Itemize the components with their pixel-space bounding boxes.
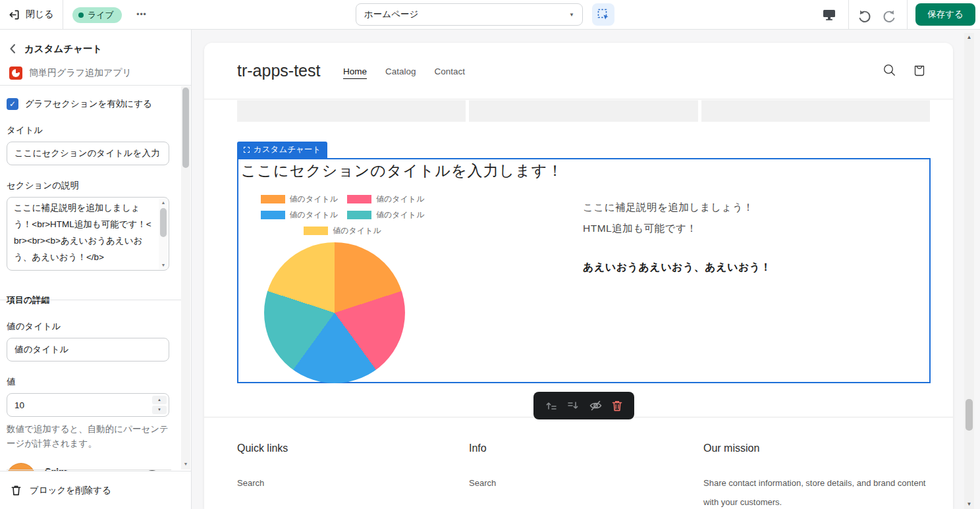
scrollbar-thumb[interactable] xyxy=(182,88,189,168)
legend-item[interactable]: 値のタイトル xyxy=(261,209,338,221)
cart-button[interactable] xyxy=(912,63,927,79)
value-number-field: ▲ ▼ xyxy=(7,393,169,417)
description-bold-line: あえいおうあえいおう、あえいおう！ xyxy=(583,261,912,275)
trash-icon xyxy=(611,400,623,412)
move-up-button[interactable] xyxy=(545,399,558,412)
divider xyxy=(848,0,849,29)
selection-cursor-icon xyxy=(597,8,610,21)
value-title-input[interactable] xyxy=(7,338,169,362)
title-field-label: タイトル xyxy=(7,124,182,136)
legend-swatch xyxy=(261,211,285,219)
footer-heading: Info xyxy=(469,442,703,454)
hide-section-button[interactable] xyxy=(589,399,603,412)
stepper-down-icon[interactable]: ▼ xyxy=(152,406,167,414)
app-row: 簡単円グラフ追加アプリ xyxy=(0,63,191,84)
nav-link-home[interactable]: Home xyxy=(343,67,367,79)
value-help-text: 数値で追加すると、自動的にパーセンテージが計算されます。 xyxy=(7,422,173,451)
custom-chart-section[interactable]: ここにセクションのタイトルを入力します！ 値のタイトル値のタイトル値のタイトル値… xyxy=(237,158,931,383)
description-textarea[interactable]: ここに補足説明を追加しましょう！<br>HTML追加も可能です！<br><br>… xyxy=(7,197,169,271)
footer-column: InfoSearch xyxy=(469,442,703,509)
description-line: HTML追加も可能です！ xyxy=(583,218,912,239)
page-selector-dropdown[interactable]: ホームページ ▼ xyxy=(356,3,583,26)
item-details-heading: 項目の詳細 xyxy=(7,294,182,306)
scroll-up-icon[interactable]: ▲ xyxy=(159,198,168,207)
nav-link-contact[interactable]: Contact xyxy=(435,67,466,79)
footer-item[interactable]: Share contact information, store details… xyxy=(703,473,931,509)
store-footer: Quick linksSearchInfoSearchOur missionSh… xyxy=(204,417,953,509)
legend-label: 値のタイトル xyxy=(290,209,338,221)
theme-editor: 閉じる ライブ ••• ホームページ ▼ xyxy=(0,0,980,509)
storefront-preview: tr-apps-test HomeCatalogContact xyxy=(204,43,953,509)
section-badge-label: カスタムチャート xyxy=(254,144,321,155)
live-label: ライブ xyxy=(88,9,114,21)
stepper-up-icon[interactable]: ▲ xyxy=(152,396,167,404)
delete-block-label: ブロックを削除する xyxy=(30,485,111,496)
scroll-down-icon[interactable]: ▼ xyxy=(964,500,974,509)
redo-icon xyxy=(882,8,897,23)
undo-icon xyxy=(857,8,872,23)
legend-swatch xyxy=(304,227,328,235)
legend-label: 値のタイトル xyxy=(290,194,338,205)
placeholder-block xyxy=(469,100,697,122)
footer-item[interactable]: Search xyxy=(469,473,696,493)
divider xyxy=(7,469,171,470)
enable-graph-checkbox[interactable]: ✓ xyxy=(7,98,18,110)
scrollbar-thumb[interactable] xyxy=(966,399,973,431)
header-icons xyxy=(883,63,927,79)
description-line: ここに補足説明を追加しましょう！ xyxy=(583,197,912,218)
pie-chart xyxy=(264,242,405,383)
undo-button[interactable] xyxy=(854,6,874,24)
section-picker-tool-button[interactable] xyxy=(592,3,614,26)
divider xyxy=(907,0,908,29)
scrollbar-thumb[interactable] xyxy=(160,208,167,237)
search-button[interactable] xyxy=(883,63,896,79)
search-icon xyxy=(883,63,896,77)
desktop-preview-button[interactable] xyxy=(819,5,840,24)
close-editor-button[interactable]: 閉じる xyxy=(8,5,54,24)
block-title: カスタムチャート xyxy=(24,43,102,55)
scroll-down-icon[interactable]: ▼ xyxy=(159,261,168,269)
overflow-menu-button[interactable]: ••• xyxy=(130,5,153,24)
footer-item[interactable]: Search xyxy=(237,473,464,493)
page-selector-value: ホームページ xyxy=(364,9,418,20)
move-down-button[interactable] xyxy=(566,399,580,412)
placeholder-block xyxy=(237,100,466,122)
footer-heading: Quick links xyxy=(237,442,469,454)
value-input[interactable] xyxy=(7,393,169,417)
settings-sidebar: カスタムチャート 簡単円グラフ追加アプリ ✓ グラフセクションを有効にする タイ… xyxy=(0,30,192,509)
nav-link-catalog[interactable]: Catalog xyxy=(385,67,416,79)
footer-column: Our missionShare contact information, st… xyxy=(703,442,953,509)
placeholder-section[interactable] xyxy=(237,100,930,122)
store-name[interactable]: tr-apps-test xyxy=(237,61,320,80)
sidebar-scrollbar: ▼ xyxy=(181,86,190,469)
cart-bag-icon xyxy=(912,63,927,77)
legend-item[interactable]: 値のタイトル xyxy=(347,194,424,205)
title-input[interactable] xyxy=(7,142,169,165)
save-button[interactable]: 保存する xyxy=(915,3,975,26)
exit-icon xyxy=(8,9,20,21)
store-nav: HomeCatalogContact xyxy=(343,67,465,79)
scroll-up-icon[interactable]: ▲ xyxy=(964,33,974,42)
divider xyxy=(63,0,63,29)
divider xyxy=(0,300,182,300)
legend-swatch xyxy=(347,195,371,203)
scroll-down-icon[interactable]: ▼ xyxy=(181,460,190,468)
store-header: tr-apps-test HomeCatalogContact xyxy=(204,43,953,99)
description-field-label: セクションの説明 xyxy=(7,180,182,192)
value-stepper: ▲ ▼ xyxy=(152,396,167,414)
value-label: 値 xyxy=(7,376,182,388)
legend-item[interactable]: 値のタイトル xyxy=(261,194,338,205)
chart-section-title: ここにセクションのタイトルを入力します！ xyxy=(241,161,563,181)
chart-description: ここに補足説明を追加しましょう！ HTML追加も可能です！ あえいおうあえいおう… xyxy=(583,197,912,275)
legend-item[interactable]: 値のタイトル xyxy=(347,209,424,221)
sidebar-body: ✓ グラフセクションを有効にする タイトル セクションの説明 ここに補足説明を追… xyxy=(0,85,182,495)
delete-block-button[interactable]: ブロックを削除する xyxy=(0,471,191,509)
redo-button[interactable] xyxy=(879,6,899,24)
delete-section-button[interactable] xyxy=(611,400,623,412)
legend-item[interactable]: 値のタイトル xyxy=(304,225,381,236)
enable-graph-label: グラフセクションを有効にする xyxy=(25,98,152,110)
selected-section-badge[interactable]: カスタムチャート xyxy=(237,142,327,158)
legend-label: 値のタイトル xyxy=(376,209,424,221)
back-chevron-icon[interactable] xyxy=(9,43,16,54)
footer-column: Quick linksSearch xyxy=(237,442,469,509)
